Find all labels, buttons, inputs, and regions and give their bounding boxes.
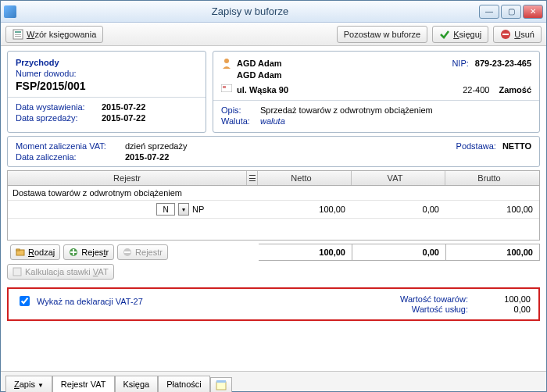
numer-dowodu-value: FSP/2015/001 (16, 80, 86, 92)
svg-rect-3 (15, 36, 21, 37)
svg-rect-10 (16, 249, 20, 251)
city-value: Zamość (499, 85, 531, 94)
col-netto-header[interactable]: Netto (258, 171, 352, 185)
vat27-checkbox[interactable]: Wykaż na deklaracji VAT-27 (16, 294, 143, 308)
rejestr-remove-button[interactable]: Rejestr (117, 244, 168, 260)
tab-ksiega[interactable]: Księga (115, 376, 159, 392)
code-label: NP (192, 205, 204, 214)
svg-point-6 (224, 59, 229, 63)
nip-value: 879-23-23-465 (475, 59, 531, 68)
svg-rect-2 (15, 34, 21, 35)
cell-vat[interactable]: 0,00 (352, 205, 445, 214)
cell-brutto[interactable]: 100,00 (445, 205, 539, 214)
grid-row-description[interactable]: Dostawa towarów z odwrotnym obciążeniem (8, 186, 539, 201)
person-icon (221, 58, 232, 69)
tab-notes[interactable] (210, 377, 232, 392)
vat27-label: Wykaż na deklaracji VAT-27 (37, 297, 143, 306)
window: Zapisy w buforze — ▢ ✕ Wzór księgowania … (0, 0, 547, 392)
ksieguj-label: Księguj (453, 30, 481, 39)
col-vat-header[interactable]: VAT (352, 171, 445, 185)
maximize-button[interactable]: ▢ (501, 5, 521, 19)
minus-icon (123, 248, 132, 257)
wartosc-towarow-label: Wartość towarów: (400, 294, 468, 304)
filter-icon[interactable]: ☰ (247, 171, 258, 185)
grid: Rejestr ☰ Netto VAT Brutto Dostawa towar… (7, 170, 540, 280)
tab-zapis[interactable]: Zapis▼ (5, 376, 52, 392)
window-title: Zapisy w buforze (21, 5, 479, 17)
pozostaw-w-buforze-button[interactable]: Pozostaw w buforze (337, 26, 427, 43)
svg-rect-15 (124, 251, 130, 253)
vat-moment-panel: Moment zaliczenia VAT: dzień sprzedaży P… (7, 136, 540, 167)
usun-button[interactable]: Usuń (493, 26, 542, 43)
grid-header: Rejestr ☰ Netto VAT Brutto (7, 170, 540, 186)
wartosc-uslug-value: 0,00 (484, 305, 531, 314)
plus-icon (69, 248, 78, 257)
tab-rejestr-vat[interactable]: Rejestr VAT (52, 376, 115, 392)
svg-rect-17 (216, 382, 226, 390)
wzor-ksiegowania-button[interactable]: Wzór księgowania (5, 26, 103, 43)
rodzaj-button[interactable]: Rodzaj (10, 244, 60, 260)
svg-rect-5 (502, 34, 509, 35)
code-dropdown[interactable]: ▾ (178, 203, 189, 216)
svg-rect-18 (216, 380, 226, 383)
waluta-label: Waluta: (221, 116, 260, 126)
tab-platnosci[interactable]: Płatności (158, 376, 210, 392)
app-icon (4, 5, 16, 18)
tabs: Zapis▼ Rejestr VAT Księga Płatności (1, 371, 546, 391)
data-sprzedazy-value: 2015-07-22 (102, 113, 145, 123)
kalkulacja-vat-button[interactable]: Kalkulacja stawki VAT (7, 264, 114, 280)
contractor-panel: AGD Adam NIP: 879-23-23-465 AGD Adam ul.… (213, 51, 540, 133)
content: Przychody Numer dowodu: FSP/2015/001 Dat… (1, 46, 546, 371)
toolbar: Wzór księgowania Pozostaw w buforze Księ… (1, 23, 546, 46)
calc-icon (13, 267, 22, 276)
wartosc-towarow-value: 100,00 (484, 294, 531, 304)
opis-value: Sprzedaż towarów z odwrotnym obciążeniem (260, 105, 433, 115)
vat27-checkbox-input[interactable] (20, 296, 30, 306)
titlebar: Zapisy w buforze — ▢ ✕ (1, 1, 546, 23)
vat27-box: Wykaż na deklaracji VAT-27 Wartość towar… (7, 287, 540, 321)
usun-label: Usuń (514, 30, 534, 39)
contractor-name2: AGD Adam (237, 70, 282, 80)
podstawa-label: Podstawa: (456, 141, 496, 151)
pozostaw-label: Pozostaw w buforze (344, 30, 420, 39)
address-icon (221, 84, 232, 95)
data-zaliczenia-label: Data zaliczenia: (16, 152, 125, 162)
rejestr-add-button[interactable]: Rejestr (63, 244, 114, 260)
svg-rect-13 (70, 251, 77, 253)
zip-value: 22-400 (463, 85, 489, 94)
code-input[interactable] (156, 203, 175, 216)
document-panel: Przychody Numer dowodu: FSP/2015/001 Dat… (7, 51, 206, 133)
data-zaliczenia-value: 2015-07-22 (125, 152, 169, 162)
wzor-label: Wzór księgowania (27, 30, 96, 39)
ksieguj-button[interactable]: Księguj (432, 26, 488, 43)
data-wystawienia-value: 2015-07-22 (102, 102, 145, 112)
delete-icon (500, 29, 511, 40)
close-button[interactable]: ✕ (523, 5, 543, 19)
grid-body: Dostawa towarów z odwrotnym obciążeniem … (7, 186, 540, 241)
col-rejestr-header[interactable]: Rejestr (8, 171, 247, 185)
podstawa-value: NETTO (502, 141, 531, 151)
svg-rect-16 (13, 268, 21, 276)
opis-label: Opis: (221, 105, 260, 115)
numer-dowodu-label: Numer dowodu: (16, 69, 77, 78)
svg-rect-8 (223, 86, 226, 88)
waluta-value: waluta (260, 116, 285, 126)
wartosc-uslug-label: Wartość usług: (412, 305, 468, 314)
cell-netto[interactable]: 100,00 (258, 205, 352, 214)
contractor-name: AGD Adam (237, 59, 282, 68)
grid-empty-row (8, 218, 539, 240)
minimize-button[interactable]: — (479, 5, 499, 19)
check-icon (439, 29, 450, 40)
street-value: ul. Wąska 90 (237, 85, 288, 94)
grid-totals-row: Rodzaj Rejestr Rejestr 100,00 0,00 100,0… (7, 244, 540, 261)
data-wystawienia-label: Data wystawienia: (16, 102, 102, 112)
total-brutto: 100,00 (446, 244, 540, 261)
col-brutto-header[interactable]: Brutto (445, 171, 539, 185)
moment-vat-value: dzień sprzedaży (125, 141, 188, 151)
svg-rect-1 (15, 31, 21, 33)
template-icon (13, 29, 23, 40)
chevron-down-icon: ▼ (38, 382, 44, 389)
notepad-icon (216, 380, 227, 390)
moment-vat-label: Moment zaliczenia VAT: (16, 141, 125, 151)
grid-row-values: ▾ NP 100,00 0,00 100,00 (8, 201, 539, 218)
